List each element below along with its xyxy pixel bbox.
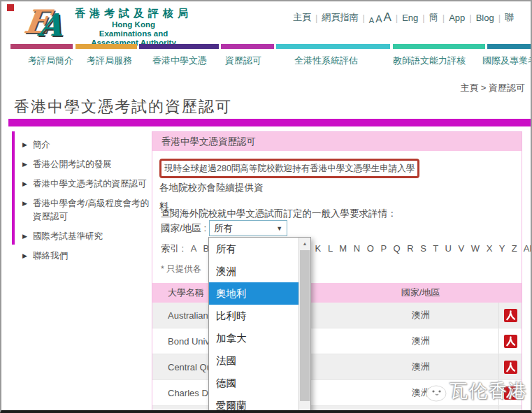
triangle-bullet-icon: ▶ xyxy=(22,197,27,224)
sidebar-item-label: 簡介 xyxy=(33,138,50,152)
nav-color-segment-4 xyxy=(221,44,274,49)
pdf-icon[interactable] xyxy=(504,309,517,322)
font-size-large-button[interactable]: A xyxy=(383,10,391,24)
utility-link-home[interactable]: 主頁 xyxy=(293,11,311,24)
tab-tsa[interactable]: 全港性系統評估 xyxy=(294,55,358,67)
option-ireland[interactable]: 愛爾蘭 xyxy=(209,394,299,413)
university-country: 澳洲 xyxy=(294,328,498,354)
tab-about-hkeaa[interactable]: 考評局簡介 xyxy=(28,55,73,67)
option-canada[interactable]: 加拿大 xyxy=(209,327,299,349)
tab-recognition[interactable]: 資歷認可 xyxy=(225,55,261,67)
divider: | xyxy=(498,13,501,23)
triangle-bullet-icon: ▶ xyxy=(22,138,27,152)
utility-link-contact-clipped[interactable]: 聯 xyxy=(505,11,514,24)
query-instruction: 查閱海外院校就中學文憑試而訂定的一般入學要求詳情： xyxy=(161,208,397,220)
university-country: 澳洲 xyxy=(294,303,498,328)
country-select-value: 所有 xyxy=(214,222,232,235)
scrollbar-thumb[interactable] xyxy=(300,250,310,401)
tab-hkdse[interactable]: 香港中學文憑 xyxy=(152,55,207,67)
sidebar-item-label: 香港中學文憑考試的資歷認可 xyxy=(33,177,147,191)
option-belgium[interactable]: 比利時 xyxy=(209,305,299,327)
divider: | xyxy=(396,13,398,23)
page-title: 香港中學文憑考試的資歷認可 xyxy=(14,96,232,117)
option-austria[interactable]: 奧地利 xyxy=(209,282,299,305)
university-country: 澳洲 xyxy=(294,354,498,379)
font-size-controls: A A A xyxy=(369,10,391,24)
main-content-panel: 香港中學文憑資歷認可 現時全球超過280間高等院校歡迎持有香港中學文憑學生申請入… xyxy=(152,131,522,413)
divider: | xyxy=(315,13,317,23)
university-country: 澳洲 xyxy=(294,406,498,413)
scroll-up-arrow-icon[interactable]: ▲ xyxy=(299,238,310,249)
dropdown-scrollbar[interactable]: ▲ xyxy=(299,238,310,413)
column-header-country: 國家/地區 xyxy=(294,287,498,299)
intro-text-line1: 各地院校亦會陸續提供資 xyxy=(159,182,264,193)
watermark-text: 瓦伦香港 xyxy=(450,379,528,403)
sidebar-item-contact-us[interactable]: ▶ 聯絡我們 xyxy=(22,249,150,263)
sidebar-item-label: 聯絡我們 xyxy=(33,249,68,263)
dropdown-options: 所有 澳洲 奧地利 比利時 加拿大 法國 德國 愛爾蘭 xyxy=(209,238,299,413)
option-germany[interactable]: 德國 xyxy=(209,372,299,394)
hkeaa-logo[interactable]: E A 香港考試及評核局 Hong Kong Examinations and … xyxy=(24,4,192,48)
corner-red-marker xyxy=(7,4,14,11)
logo-letter-a: A xyxy=(36,7,64,43)
triangle-bullet-icon: ▶ xyxy=(22,230,27,243)
sidebar-item-label: 國際考試基準研究 xyxy=(33,230,103,243)
hkeaa-logo-monogram-icon: E A xyxy=(24,4,69,43)
sidebar-item-benchmarking-studies[interactable]: ▶ 國際考試基準研究 xyxy=(22,230,150,243)
sidebar-item-hkdse-recognition[interactable]: ▶ 香港中學文憑考試的資歷認可 xyxy=(22,177,150,191)
tab-lpat[interactable]: 教師語文能力評核 xyxy=(393,55,466,67)
index-label: 索引 : xyxy=(161,243,184,254)
pdf-icon[interactable] xyxy=(504,335,517,348)
divider: | xyxy=(443,13,445,23)
utility-link-english[interactable]: Eng xyxy=(402,13,418,23)
highlighted-statement: 現時全球超過280間高等院校歡迎持有香港中學文憑學生申請入學 xyxy=(159,159,419,178)
hkeaa-page: E A 香港考試及評核局 Hong Kong Examinations and … xyxy=(0,0,532,413)
triangle-bullet-icon: ▶ xyxy=(22,158,27,171)
watermark: 瓦伦香港 xyxy=(417,378,528,403)
option-all[interactable]: 所有 xyxy=(209,238,299,260)
pdf-icon[interactable] xyxy=(504,361,517,374)
country-dropdown-list: 所有 澳洲 奧地利 比利時 加拿大 法國 德國 愛爾蘭 ▲ xyxy=(208,237,311,413)
option-france[interactable]: 法國 xyxy=(209,349,299,372)
option-australia[interactable]: 澳洲 xyxy=(209,260,299,282)
sidebar-item-exam-development[interactable]: ▶ 香港公開考試的發展 xyxy=(22,158,150,171)
sidebar-item-introduction[interactable]: ▶ 簡介 xyxy=(22,138,150,152)
divider: | xyxy=(469,13,471,23)
chick-sticker-icon xyxy=(417,378,447,403)
nav-color-segment-3 xyxy=(139,44,219,49)
country-select[interactable]: 所有 ▼ xyxy=(209,220,287,236)
font-size-small-button[interactable]: A xyxy=(369,16,374,24)
org-name-chinese: 香港考試及評核局 xyxy=(75,7,192,20)
tab-intl-professional[interactable]: 國際及專業考試 xyxy=(482,55,532,67)
breadcrumb: 主頁 > 資歷認可 xyxy=(460,82,525,94)
utility-link-blog[interactable]: Blog xyxy=(476,13,494,23)
chevron-down-icon: ▼ xyxy=(276,225,282,232)
tab-hkeaa-services[interactable]: 考評局服務 xyxy=(87,55,132,67)
sidebar-item-label: 香港中學會考/高級程度會考的資歷認可 xyxy=(33,197,150,224)
utility-link-simplified-chinese[interactable]: 簡 xyxy=(429,11,438,24)
breadcrumb-home-link[interactable]: 主頁 xyxy=(460,82,478,93)
nav-color-segment-6 xyxy=(393,44,485,49)
sidebar-accent-rule xyxy=(12,131,15,245)
footnote-text: * 只提供各 xyxy=(161,263,201,275)
logo-wordmark: 香港考試及評核局 Hong Kong Examinations and Asse… xyxy=(75,4,192,48)
panel-header: 香港中學文憑資歷認可 xyxy=(152,132,522,151)
sidebar-nav: ▶ 簡介 ▶ 香港公開考試的發展 ▶ 香港中學文憑考試的資歷認可 ▶ 香港中學會… xyxy=(22,138,150,269)
divider: | xyxy=(422,13,424,23)
breadcrumb-current: 資歷認可 xyxy=(489,82,525,93)
utility-link-site-guide[interactable]: 網頁指南 xyxy=(322,11,358,24)
divider: | xyxy=(362,13,364,23)
country-filter-row: 國家/地區 : 所有 ▼ xyxy=(161,220,287,236)
breadcrumb-separator: > xyxy=(481,82,487,93)
nav-color-segment-2 xyxy=(76,44,137,49)
font-size-medium-button[interactable]: A xyxy=(375,13,382,24)
org-name-en-line2: Examinations and xyxy=(75,29,192,38)
utility-link-app[interactable]: App xyxy=(449,13,465,23)
country-filter-label: 國家/地區 : xyxy=(161,222,206,235)
title-underline-bar xyxy=(8,119,532,126)
nav-color-segment-7 xyxy=(487,44,532,49)
org-name-en-line1: Hong Kong xyxy=(75,20,192,29)
nav-color-segment-1 xyxy=(10,44,73,49)
utility-nav: 主頁 | 網頁指南 | A A A | Eng | 簡 | App | Blog… xyxy=(293,10,514,24)
sidebar-item-hkcee-hkale-recognition[interactable]: ▶ 香港中學會考/高級程度會考的資歷認可 xyxy=(22,197,150,224)
